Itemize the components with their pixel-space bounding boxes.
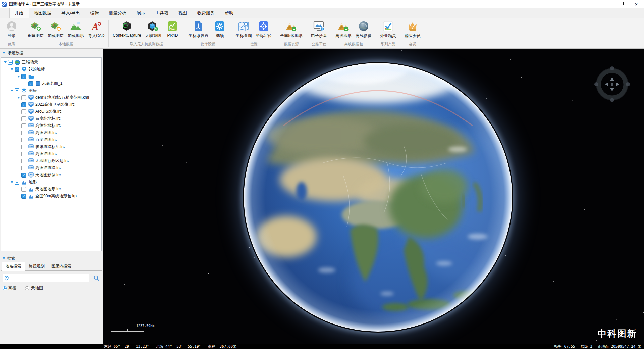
menu-item-measure-analysis[interactable]: 测量分析: [104, 8, 131, 18]
pix4d-button[interactable]: Pix4Pix4D: [163, 19, 181, 40]
checkbox[interactable]: [15, 180, 19, 185]
crs-settings-button[interactable]: 坐标系设置: [186, 19, 210, 40]
imagery-layer-icon: [28, 102, 34, 107]
navigation-compass[interactable]: [594, 66, 631, 103]
checkbox[interactable]: ✓: [21, 173, 26, 178]
earth-globe[interactable]: [243, 62, 513, 333]
checkbox[interactable]: [15, 88, 19, 93]
radio-tianditu[interactable]: 天地图: [25, 285, 43, 291]
offline-imagery-button[interactable]: 离线影像: [354, 19, 373, 40]
radio-amap[interactable]: 高德: [3, 285, 16, 291]
scene-data-header[interactable]: 场景数据: [0, 49, 103, 57]
load-layer-button[interactable]: 加载图层: [46, 19, 65, 40]
expander-icon[interactable]: [16, 74, 21, 79]
options-button[interactable]: 选项: [211, 19, 229, 40]
tree-item-layer-amap-map[interactable]: 高德纯图.lrc: [1, 150, 101, 157]
menu-item-view[interactable]: 视图: [173, 8, 192, 18]
tree-item-layer-amap-labels[interactable]: 高德纯地标.lrc: [1, 122, 101, 129]
menu-item-paid-services[interactable]: 收费服务: [192, 8, 220, 18]
tree-item-layer-national-90m-terrain[interactable]: ✓全国90m离线地形包.lrp: [1, 193, 101, 200]
tree-item-unnamed-polygon[interactable]: ✓未命名面_1: [1, 80, 101, 87]
login-button[interactable]: 登录: [3, 19, 21, 40]
checkbox[interactable]: [21, 159, 26, 163]
checkbox[interactable]: ✓: [21, 194, 26, 199]
checkbox[interactable]: ✓: [15, 67, 19, 72]
tree-item-layer-dem-contour[interactable]: dem转地形线5万精度范围.kml: [1, 94, 101, 101]
checkbox[interactable]: [21, 95, 26, 100]
minimize-icon: [604, 4, 607, 4]
checkbox[interactable]: [21, 145, 26, 149]
search-input[interactable]: [10, 274, 89, 282]
expander-icon[interactable]: [9, 67, 14, 72]
search-button[interactable]: [93, 274, 100, 282]
button-label: Pix4D: [167, 33, 178, 38]
checkbox[interactable]: [21, 152, 26, 156]
map-viewport[interactable]: 1237.59Km 中科图新: [103, 49, 644, 344]
star: [127, 267, 127, 268]
checkbox[interactable]: [21, 116, 26, 121]
menu-item-edit[interactable]: 编辑: [85, 8, 104, 18]
star: [584, 106, 584, 107]
menu-item-help[interactable]: 帮助: [220, 8, 238, 18]
import-cad-button[interactable]: A导入CAD: [86, 19, 106, 40]
offline-terrain-button[interactable]: 离线地形: [334, 19, 353, 40]
field-genius-button[interactable]: 外业精灵: [378, 19, 398, 40]
checkbox[interactable]: [8, 60, 13, 65]
tree-item-my-placemarks[interactable]: ✓我的地标: [1, 66, 101, 73]
contextcapture-button[interactable]: ContextCapture: [111, 19, 143, 40]
star: [579, 84, 579, 84]
tab-place-search[interactable]: 地名搜索: [2, 262, 25, 271]
restore-button[interactable]: [613, 0, 629, 8]
status-elevation: 高程 -367.60米: [208, 344, 236, 349]
tree-item-layer-arcgis-imagery[interactable]: ArcGIS影像.lrc: [1, 108, 101, 115]
checkbox[interactable]: [21, 131, 26, 135]
tree-item-layer-tianditu-terrain[interactable]: 天地图地形.lrc: [1, 186, 101, 193]
checkbox[interactable]: [21, 166, 26, 170]
coord-query-button[interactable]: 坐标查询: [234, 19, 253, 40]
menu-item-map-data[interactable]: 地图数据: [29, 8, 56, 18]
national-5m-terrain-button[interactable]: 全国5米地形: [278, 19, 304, 40]
tree-item-layer-baidu-labels[interactable]: 百度纯地标.lrc: [1, 115, 101, 122]
button-label: 创建图层: [28, 33, 44, 39]
tab-layer-search[interactable]: 图层内搜索: [48, 262, 75, 270]
minimize-button[interactable]: [598, 0, 613, 8]
expander-icon[interactable]: [9, 88, 14, 93]
close-button[interactable]: ×: [629, 0, 644, 8]
tree-item-layer-2021-satellite[interactable]: ✓2021高清卫星影像 .lrc: [1, 101, 101, 108]
checkbox[interactable]: [21, 123, 26, 128]
menu-item-import-export[interactable]: 导入/导出: [56, 8, 85, 18]
tree-item-terrain-group[interactable]: 地形: [1, 179, 101, 186]
layers-icon: [21, 88, 27, 93]
tree-item-label: 高德详图.lrc: [35, 130, 57, 136]
load-terrain-button[interactable]: 加载地形: [66, 19, 86, 40]
tree-item-placemark-folder[interactable]: ✓: [1, 73, 101, 80]
tree-item-layer-tianditu-admin[interactable]: 天地图行政区划.lrc: [1, 157, 101, 164]
dji-terra-icon: [147, 20, 159, 33]
tab-route-planning[interactable]: 路径规划: [25, 262, 48, 270]
create-layer-button[interactable]: 创建图层: [26, 19, 45, 40]
coord-locate-button[interactable]: 坐标定位: [254, 19, 273, 40]
tree-item-layer-baidu-map[interactable]: 百度纯图.lrc: [1, 136, 101, 143]
checkbox[interactable]: [21, 109, 26, 114]
buy-membership-button[interactable]: V购买会员: [403, 19, 422, 40]
checkbox[interactable]: ✓: [21, 102, 26, 107]
tree-item-layer-amap-roads[interactable]: 高德纯道路.lrc: [1, 164, 101, 171]
expander-icon[interactable]: [9, 180, 14, 185]
checkbox[interactable]: ✓: [21, 74, 26, 79]
ribbon-separator: [307, 20, 307, 47]
checkbox[interactable]: ✓: [28, 81, 33, 86]
menu-item-presentation[interactable]: 演示: [131, 8, 150, 18]
tree-item-layer-amap-detail[interactable]: 高德详图.lrc: [1, 129, 101, 136]
menu-item-start[interactable]: 开始: [9, 8, 29, 18]
electronic-sandbox-button[interactable]: 电子沙盘: [309, 19, 329, 40]
tree-item-layer-tianditu-imagery[interactable]: ✓天地图影像.lrc: [1, 171, 101, 179]
expander-icon[interactable]: [3, 60, 8, 65]
dji-terra-button[interactable]: 大疆智图: [143, 19, 163, 40]
expander-icon[interactable]: [16, 95, 21, 100]
menu-item-toolbox[interactable]: 工具箱: [150, 8, 173, 18]
checkbox[interactable]: [21, 138, 26, 142]
tree-item-layer-tencent-road-labels[interactable]: 腾讯道路标注.lrc: [1, 143, 101, 150]
tree-item-layers-group[interactable]: 图层: [1, 87, 101, 94]
checkbox[interactable]: [21, 187, 26, 192]
tree-item-scene-3d[interactable]: 三维场景: [1, 59, 101, 66]
